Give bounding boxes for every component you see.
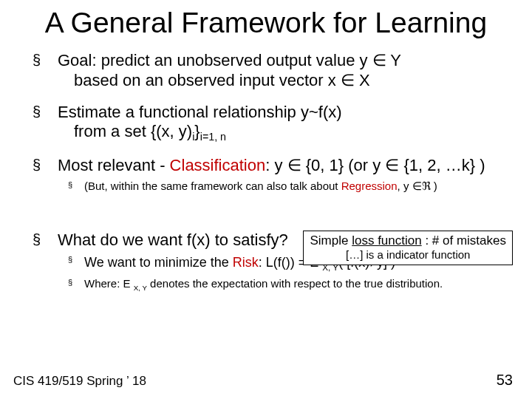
text: We want to minimize the bbox=[84, 255, 233, 270]
text: Simple bbox=[310, 233, 352, 248]
slide-title: A General Framework for Learning bbox=[22, 7, 510, 39]
text: Where: E bbox=[84, 277, 134, 290]
subscript: X, Y bbox=[134, 284, 147, 292]
callout-line2: […] is a indicator function bbox=[310, 248, 506, 262]
elem-symbol: ∈ bbox=[412, 180, 422, 192]
sub-bullet-regression: (But, within the same framework can also… bbox=[58, 179, 510, 194]
text-classification: Classification bbox=[170, 156, 266, 174]
text: Most relevant - bbox=[58, 156, 170, 174]
text: from a set {(x, y) bbox=[74, 122, 192, 140]
text: {1, 2, …k} ) bbox=[399, 156, 485, 174]
sub-bullet-expectation: Where: E X, Y denotes the expectation wi… bbox=[58, 276, 510, 293]
text: : # of mistakes bbox=[422, 233, 506, 248]
text: : y bbox=[265, 156, 287, 174]
text: Goal: predict an unobserved output value… bbox=[58, 51, 372, 69]
text: denotes the expectation with respect to … bbox=[147, 277, 443, 290]
bullet-goal: Goal: predict an unobserved output value… bbox=[22, 51, 510, 91]
text: {0, 1} (or y bbox=[301, 156, 386, 174]
bullet-estimate: Estimate a functional relationship y~f(x… bbox=[22, 103, 510, 145]
text: Y bbox=[386, 51, 401, 69]
callout-line1: Simple loss function : # of mistakes bbox=[310, 233, 506, 248]
text-underline: loss function bbox=[352, 233, 422, 248]
footer-page-number: 53 bbox=[497, 372, 513, 389]
subscript: i=1, n bbox=[200, 132, 226, 143]
elem-symbol: ∈ bbox=[287, 156, 301, 174]
slide: A General Framework for Learning Goal: p… bbox=[0, 0, 532, 399]
text: based on an observed input vector x bbox=[74, 71, 341, 89]
footer-course: CIS 419/519 Spring ’ 18 bbox=[13, 374, 146, 389]
text: , y bbox=[398, 180, 412, 192]
text: (But, within the same framework can also… bbox=[84, 180, 341, 192]
text-regression: Regression bbox=[341, 180, 398, 192]
text: Estimate a functional relationship y~f(x… bbox=[58, 103, 342, 121]
bullet-classification: Most relevant - Classification: y ∈ {0, … bbox=[22, 156, 510, 194]
sub-list: (But, within the same framework can also… bbox=[58, 179, 510, 194]
text: X bbox=[355, 71, 370, 89]
text: ) bbox=[431, 180, 437, 192]
elem-symbol: ∈ bbox=[341, 71, 355, 89]
real-symbol: ℜ bbox=[422, 180, 431, 192]
text-line: based on an observed input vector x ∈ X bbox=[58, 71, 510, 91]
text: } bbox=[194, 122, 200, 140]
text-risk: Risk bbox=[233, 255, 259, 270]
elem-symbol: ∈ bbox=[372, 51, 386, 69]
text: What do we want f(x) to satisfy? bbox=[58, 231, 288, 249]
text-line: from a set {(x, y)i}i=1, n bbox=[58, 122, 510, 144]
elem-symbol: ∈ bbox=[385, 156, 399, 174]
callout-box: Simple loss function : # of mistakes […]… bbox=[303, 231, 513, 265]
